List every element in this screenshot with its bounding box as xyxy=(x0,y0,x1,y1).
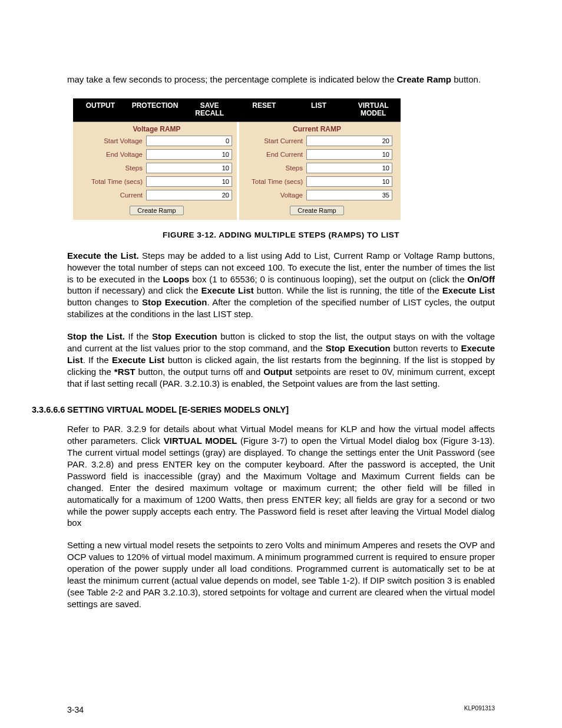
input-current[interactable]: 20 xyxy=(146,190,232,200)
section-number: 3.3.6.6.6 xyxy=(32,405,67,414)
text: button changes to xyxy=(67,297,142,307)
row-end-voltage: End Voltage 10 xyxy=(81,149,232,160)
row-totaltime-v: Total Time (secs) 10 xyxy=(81,176,232,187)
panel-body: Voltage RAMP Start Voltage 0 End Voltage… xyxy=(73,122,401,220)
create-ramp-row: Create Ramp xyxy=(81,203,232,215)
text-bold: Create Ramp xyxy=(396,74,451,84)
text-bold: *RST xyxy=(114,367,135,377)
row-current: Current 20 xyxy=(81,190,232,200)
input-totaltime-c[interactable]: 10 xyxy=(306,176,392,187)
text-bold: Loops xyxy=(163,274,189,284)
label: End Current xyxy=(242,151,306,158)
text-bold: Execute the List. xyxy=(67,251,139,261)
row-start-current: Start Current 20 xyxy=(242,136,392,146)
text: (Figure 3-7) to open the Virtual Model d… xyxy=(67,436,495,528)
label: Total Time (secs) xyxy=(242,178,306,185)
virtual-model-paragraph-2: Setting a new virtual model resets the s… xyxy=(67,539,495,610)
tab-protection[interactable]: PROTECTION xyxy=(128,98,183,121)
row-end-current: End Current 10 xyxy=(242,149,392,160)
section-heading: 3.3.6.6.6 SETTING VIRTUAL MODEL [E-SERIE… xyxy=(32,405,495,414)
row-steps-v: Steps 10 xyxy=(81,163,232,173)
create-current-ramp-button[interactable]: Create Ramp xyxy=(290,206,343,215)
text: . If the xyxy=(83,355,112,365)
text: button if necessary) and click the xyxy=(67,285,201,295)
intro-paragraph: may take a few seconds to process; the p… xyxy=(67,74,495,85)
voltage-ramp-column: Voltage RAMP Start Voltage 0 End Voltage… xyxy=(73,122,237,220)
label: Current xyxy=(81,192,146,199)
create-voltage-ramp-button[interactable]: Create Ramp xyxy=(130,206,183,215)
panel-tabs: OUTPUT PROTECTION SAVE RECALL RESET LIST… xyxy=(73,98,401,121)
text: box (1 to 65536; 0 is continuous looping… xyxy=(189,274,467,284)
current-ramp-title: Current RAMP xyxy=(242,122,392,136)
page-number: 3-34 xyxy=(67,705,84,714)
tab-virtual-model[interactable]: VIRTUAL MODEL xyxy=(346,98,401,121)
text: button, the output turns off and xyxy=(135,367,263,377)
create-ramp-row: Create Ramp xyxy=(242,203,392,215)
text-bold: Execute List xyxy=(201,285,254,295)
text: button reverts to xyxy=(391,343,461,353)
page-footer: 3-34 KLP091313 xyxy=(67,705,495,714)
input-steps-v[interactable]: 10 xyxy=(146,163,232,173)
input-start-current[interactable]: 20 xyxy=(306,136,392,146)
column-divider xyxy=(237,122,239,220)
text-bold: Stop Execution xyxy=(142,297,207,307)
text-bold: Stop Execution xyxy=(152,331,217,341)
label: Total Time (secs) xyxy=(81,178,146,185)
row-voltage: Voltage 35 xyxy=(242,190,392,200)
input-voltage[interactable]: 35 xyxy=(306,190,392,200)
text: button. While the list is running, the t… xyxy=(254,285,442,295)
doc-id: KLP091313 xyxy=(464,705,495,714)
label: End Voltage xyxy=(81,151,146,158)
text-bold: Stop Execution xyxy=(326,343,391,353)
input-steps-c[interactable]: 10 xyxy=(306,163,392,173)
label: Voltage xyxy=(242,192,306,199)
page: may take a few seconds to process; the p… xyxy=(0,0,562,728)
row-steps-c: Steps 10 xyxy=(242,163,392,173)
input-start-voltage[interactable]: 0 xyxy=(146,136,232,146)
label: Start Current xyxy=(242,137,306,144)
text-bold: Stop the List. xyxy=(67,331,125,341)
text-bold: On/Off xyxy=(467,274,495,284)
section-title: SETTING VIRTUAL MODEL [E-SERIES MODELS O… xyxy=(67,405,289,414)
row-totaltime-c: Total Time (secs) 10 xyxy=(242,176,392,187)
label: Start Voltage xyxy=(81,137,146,144)
tab-reset[interactable]: RESET xyxy=(237,98,292,121)
virtual-model-paragraph-1: Refer to PAR. 3.2.9 for details about wh… xyxy=(67,423,495,529)
text: may take a few seconds to process; the p… xyxy=(67,74,396,84)
figure-caption: FIGURE 3-12. ADDING MULTIPLE STEPS (RAMP… xyxy=(67,230,495,239)
label: Steps xyxy=(242,164,306,172)
label: Steps xyxy=(81,164,146,172)
ramp-panel: OUTPUT PROTECTION SAVE RECALL RESET LIST… xyxy=(73,98,401,219)
text-bold: Output xyxy=(263,367,292,377)
tab-list[interactable]: LIST xyxy=(292,98,346,121)
execute-list-paragraph: Execute the List. Steps may be added to … xyxy=(67,250,495,321)
text: If the xyxy=(125,331,152,341)
stop-list-paragraph: Stop the List. If the Stop Execution but… xyxy=(67,331,495,390)
text-bold: Execute List xyxy=(112,355,164,365)
input-end-voltage[interactable]: 10 xyxy=(146,149,232,160)
input-totaltime-v[interactable]: 10 xyxy=(146,176,232,187)
text-bold: Execute List xyxy=(442,285,495,295)
tab-save-recall[interactable]: SAVE RECALL xyxy=(182,98,237,121)
current-ramp-column: Current RAMP Start Current 20 End Curren… xyxy=(237,122,401,220)
tab-output[interactable]: OUTPUT xyxy=(73,98,128,121)
input-end-current[interactable]: 10 xyxy=(306,149,392,160)
row-start-voltage: Start Voltage 0 xyxy=(81,136,232,146)
text-bold: VIRTUAL MODEL xyxy=(164,436,237,446)
text: button. xyxy=(451,74,481,84)
voltage-ramp-title: Voltage RAMP xyxy=(81,122,232,136)
